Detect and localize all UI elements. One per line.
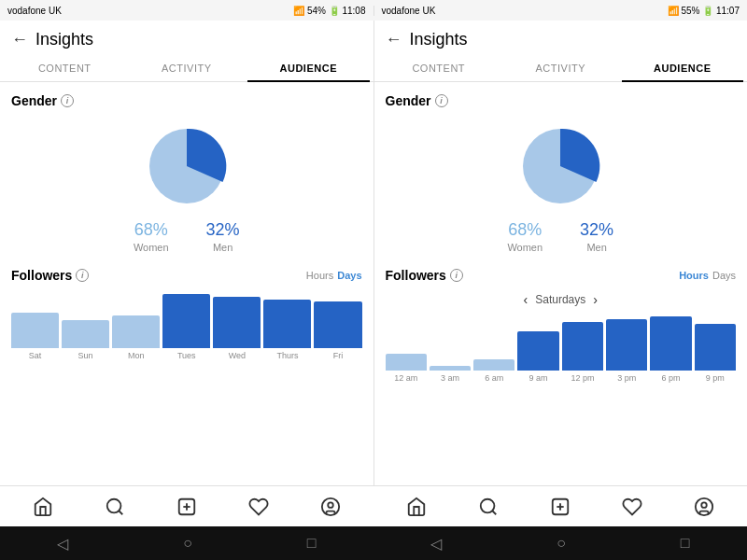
heart-icon-right[interactable] <box>621 496 643 518</box>
android-nav-bar: ◁ ○ □ ◁ ○ □ <box>0 526 747 560</box>
pie-svg-right <box>514 119 607 213</box>
hour-bars-row <box>386 315 737 371</box>
android-recents-btn-right[interactable]: □ <box>681 535 690 552</box>
women-pct-left: 68% <box>134 220 169 240</box>
profile-icon-left[interactable] <box>319 496 342 518</box>
gender-info-icon-left[interactable]: i <box>61 94 74 107</box>
followers-header-right: Followers i Hours Days <box>386 268 737 283</box>
label-wed: Wed <box>213 351 261 360</box>
bars-row-left <box>11 292 362 348</box>
followers-title-left: Followers i <box>11 268 89 283</box>
men-label-right: Men <box>580 242 613 253</box>
main-panels: ← Insights CONTENT ACTIVITY AUDIENCE Gen… <box>0 21 747 485</box>
search-icon-left[interactable] <box>104 496 126 518</box>
women-stat-left: 68% Women <box>134 220 169 253</box>
bar-chart-hours-right: ‹ Saturdays › 12 <box>386 292 737 383</box>
bar-tues <box>162 294 210 348</box>
label-fri: Fri <box>314 351 361 360</box>
panel-left: ← Insights CONTENT ACTIVITY AUDIENCE Gen… <box>0 21 374 485</box>
label-3pm: 3 pm <box>606 373 647 383</box>
women-label-right: Women <box>507 242 543 253</box>
bar-mon <box>112 315 160 348</box>
bar-thurs <box>263 300 311 348</box>
page-title-left: Insights <box>35 30 93 49</box>
plus-icon-right[interactable] <box>549 496 571 518</box>
day-labels-left: Sat Sun Mon Tues Wed Thurs Fri <box>11 351 362 360</box>
followers-info-icon-left[interactable]: i <box>76 269 89 282</box>
android-back-btn-right[interactable]: ◁ <box>430 535 442 553</box>
label-mon: Mon <box>112 351 160 360</box>
tab-audience-left[interactable]: AUDIENCE <box>247 55 370 81</box>
hours-toggle-left[interactable]: Hours <box>306 270 333 281</box>
bar-fri <box>314 301 361 348</box>
followers-info-icon-right[interactable]: i <box>450 269 463 282</box>
gender-section-left: Gender i <box>11 93 362 253</box>
android-back-btn[interactable]: ◁ <box>57 535 68 553</box>
android-home-btn[interactable]: ○ <box>183 535 192 552</box>
home-icon-left[interactable] <box>32 496 54 518</box>
status-bar: vodafone UK 📶 54% 🔋 11:08 vodafone UK 📶 … <box>0 0 747 21</box>
svg-line-3 <box>119 511 122 514</box>
nav-label: Saturdays <box>535 293 585 306</box>
status-bar-left: vodafone UK 📶 54% 🔋 11:08 <box>0 6 374 16</box>
label-tues: Tues <box>162 351 210 360</box>
home-icon-right[interactable] <box>405 496 428 518</box>
plus-icon-left[interactable] <box>176 496 198 518</box>
next-arrow[interactable]: › <box>593 292 598 307</box>
hours-toggle-right[interactable]: Hours <box>679 270 709 281</box>
tab-activity-left[interactable]: ACTIVITY <box>126 55 248 81</box>
toggle-buttons-right: Hours Days <box>679 270 736 281</box>
toggle-buttons-left: Hours Days <box>306 270 362 281</box>
panel-right: ← Insights CONTENT ACTIVITY AUDIENCE Gen… <box>374 21 748 485</box>
hour-nav-row: ‹ Saturdays › <box>386 292 737 307</box>
gender-stats-right: 68% Women 32% Men <box>386 220 737 253</box>
bar-3pm <box>606 319 647 371</box>
days-toggle-right[interactable]: Days <box>712 270 736 281</box>
android-home-btn-right[interactable]: ○ <box>557 535 566 552</box>
prev-arrow[interactable]: ‹ <box>524 292 529 307</box>
pie-chart-left <box>11 119 362 213</box>
bar-wed <box>213 297 261 348</box>
header-right: ← Insights <box>374 21 748 55</box>
back-button-left[interactable]: ← <box>11 30 28 49</box>
bar-sat <box>11 313 59 348</box>
panel-content-left: Gender i <box>0 82 374 485</box>
bar-12am <box>386 354 427 371</box>
svg-line-10 <box>492 511 496 514</box>
gender-title-right: Gender i <box>386 93 737 108</box>
heart-icon-left[interactable] <box>247 496 270 518</box>
back-button-right[interactable]: ← <box>386 30 402 49</box>
bar-chart-days-left: Sat Sun Mon Tues Wed Thurs Fri <box>11 292 362 360</box>
women-pct-right: 68% <box>507 220 543 240</box>
carrier-left: vodafone UK <box>7 6 62 16</box>
tabs-right: CONTENT ACTIVITY AUDIENCE <box>374 55 748 82</box>
label-sun: Sun <box>62 351 109 360</box>
followers-header-left: Followers i Hours Days <box>11 268 362 283</box>
gender-info-icon-right[interactable]: i <box>435 94 448 107</box>
header-left: ← Insights <box>0 21 374 55</box>
android-recents-btn[interactable]: □ <box>307 535 317 552</box>
page-title-right: Insights <box>410 30 468 49</box>
pie-chart-right <box>386 119 737 213</box>
panel-content-right: Gender i 68% Women 32% Me <box>374 82 748 485</box>
days-toggle-left[interactable]: Days <box>337 270 361 281</box>
label-sat: Sat <box>11 351 59 360</box>
tab-activity-right[interactable]: ACTIVITY <box>500 55 622 81</box>
profile-icon-right[interactable] <box>693 496 715 518</box>
followers-section-right: Followers i Hours Days ‹ Saturdays › <box>386 268 737 383</box>
tab-content-left[interactable]: CONTENT <box>4 55 126 81</box>
women-stat-right: 68% Women <box>507 220 543 253</box>
bar-9pm <box>695 324 736 371</box>
bar-12pm <box>562 322 603 371</box>
followers-section-left: Followers i Hours Days <box>11 268 362 360</box>
bar-6pm <box>650 316 691 371</box>
gender-title-left: Gender i <box>11 93 362 108</box>
label-6pm: 6 pm <box>650 373 691 383</box>
gender-stats-left: 68% Women 32% Men <box>11 220 362 253</box>
men-label-left: Men <box>206 242 240 253</box>
bottom-nav-right <box>374 486 747 526</box>
tab-content-right[interactable]: CONTENT <box>378 55 500 81</box>
tab-audience-right[interactable]: AUDIENCE <box>622 55 744 81</box>
svg-point-8 <box>328 502 333 508</box>
search-icon-right[interactable] <box>477 496 500 518</box>
